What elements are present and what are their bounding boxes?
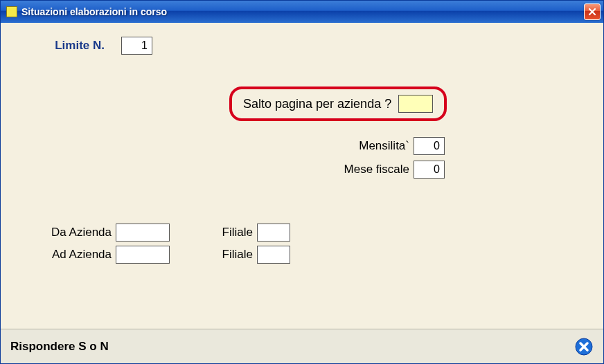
cancel-icon[interactable] — [574, 337, 594, 356]
ad-azienda-label: Ad Azienda — [28, 248, 112, 262]
mensilita-block: Mensilita` Mese fiscale — [319, 137, 445, 184]
mensilita-row: Mensilita` — [319, 137, 445, 155]
filiale2-row: Filiale — [211, 246, 290, 264]
filiale1-row: Filiale — [211, 224, 290, 242]
limite-label: Limite N. — [28, 39, 105, 53]
da-azienda-row: Da Azienda — [28, 224, 170, 242]
form-content: Limite N. Salto pagina per azienda ? Men… — [1, 23, 603, 329]
close-icon — [588, 8, 596, 16]
mese-fiscale-input[interactable] — [414, 161, 445, 179]
filiale2-input[interactable] — [257, 246, 290, 264]
mese-fiscale-row: Mese fiscale — [319, 161, 445, 179]
azienda-block: Da Azienda Ad Azienda Filiale Filiale — [28, 224, 290, 264]
mensilita-input[interactable] — [414, 137, 445, 155]
status-bar: Rispondere S o N — [1, 329, 603, 363]
da-azienda-input[interactable] — [116, 224, 170, 242]
limite-input[interactable] — [121, 37, 152, 55]
azienda-column: Da Azienda Ad Azienda — [28, 224, 170, 264]
da-azienda-label: Da Azienda — [28, 226, 112, 239]
salto-pagina-group: Salto pagina per azienda ? — [229, 87, 447, 121]
title-bar: Situazioni elaborazioni in corso — [1, 1, 603, 23]
ad-azienda-input[interactable] — [116, 246, 170, 264]
mensilita-label: Mensilita` — [319, 139, 409, 153]
filiale-column: Filiale Filiale — [211, 224, 290, 264]
filiale2-label: Filiale — [211, 248, 253, 262]
dialog-window: Situazioni elaborazioni in corso Limite … — [0, 0, 604, 364]
salto-input[interactable] — [398, 95, 433, 113]
mese-fiscale-label: Mese fiscale — [319, 163, 409, 176]
app-icon — [6, 6, 17, 17]
status-text: Rispondere S o N — [10, 340, 109, 354]
filiale1-input[interactable] — [257, 224, 290, 242]
filiale1-label: Filiale — [211, 226, 253, 239]
salto-label: Salto pagina per azienda ? — [243, 97, 391, 111]
limite-row: Limite N. — [28, 37, 576, 55]
close-button[interactable] — [584, 3, 601, 20]
window-title: Situazioni elaborazioni in corso — [21, 6, 584, 17]
ad-azienda-row: Ad Azienda — [28, 246, 170, 264]
